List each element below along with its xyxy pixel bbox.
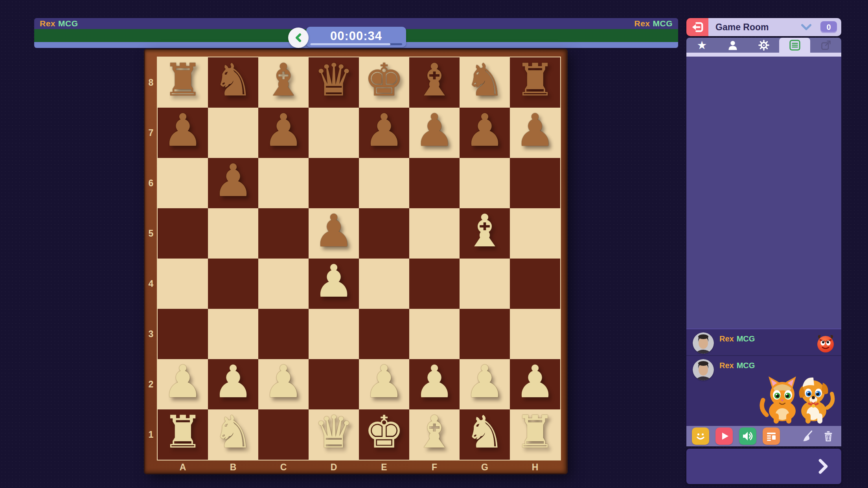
light-pawn-piece[interactable]: ♟ (364, 360, 404, 404)
square-g7[interactable]: ♟ (460, 108, 510, 158)
square-g5[interactable]: ♝ (460, 208, 510, 259)
square-h7[interactable]: ♟ (510, 108, 560, 158)
square-b2[interactable]: ♟ (208, 359, 258, 409)
light-rook-piece[interactable]: ♜ (163, 410, 203, 455)
square-c7[interactable]: ♟ (258, 108, 309, 158)
light-rook-piece[interactable]: ♜ (515, 410, 555, 455)
square-g3[interactable] (460, 309, 510, 359)
dark-knight-piece[interactable]: ♞ (465, 58, 505, 103)
dark-pawn-piece[interactable]: ♟ (515, 108, 555, 153)
dark-rook-piece[interactable]: ♜ (163, 58, 203, 103)
square-g4[interactable] (460, 259, 510, 309)
square-g6[interactable] (460, 158, 510, 208)
square-f5[interactable] (409, 208, 460, 259)
square-d4[interactable]: ♟ (309, 259, 359, 309)
square-h2[interactable]: ♟ (510, 359, 560, 409)
square-h5[interactable] (510, 208, 560, 259)
tab-settings[interactable] (748, 38, 780, 53)
light-pawn-piece[interactable]: ♟ (213, 360, 253, 404)
square-h3[interactable] (510, 309, 560, 359)
light-pawn-piece[interactable]: ♟ (414, 360, 454, 404)
square-c3[interactable] (258, 309, 309, 359)
square-e3[interactable] (359, 309, 409, 359)
tab-game-log[interactable] (779, 38, 810, 53)
square-a3[interactable] (158, 309, 208, 359)
light-pawn-piece[interactable]: ♟ (163, 360, 203, 404)
square-f8[interactable]: ♝ (409, 57, 460, 108)
light-queen-piece[interactable]: ♛ (314, 410, 354, 455)
light-knight-piece[interactable]: ♞ (465, 410, 505, 455)
dark-pawn-piece[interactable]: ♟ (364, 108, 404, 153)
expand-button[interactable] (818, 458, 829, 476)
square-d5[interactable]: ♟ (309, 208, 359, 259)
square-e8[interactable]: ♚ (359, 57, 409, 108)
dark-pawn-piece[interactable]: ♟ (314, 209, 354, 253)
dark-pawn-piece[interactable]: ♟ (163, 108, 203, 153)
tab-favorites[interactable]: ★ (686, 38, 717, 53)
square-d3[interactable] (309, 309, 359, 359)
dark-pawn-piece[interactable]: ♟ (213, 158, 253, 203)
toolbar-button-emoji[interactable] (692, 427, 709, 445)
square-e7[interactable]: ♟ (359, 108, 409, 158)
toolbar-button-news[interactable] (763, 427, 780, 445)
light-pawn-piece[interactable]: ♟ (314, 259, 354, 304)
dark-rook-piece[interactable]: ♜ (515, 58, 555, 103)
square-f6[interactable] (409, 158, 460, 208)
square-f7[interactable]: ♟ (409, 108, 460, 158)
square-b3[interactable] (208, 309, 258, 359)
tab-players[interactable] (717, 38, 748, 53)
square-b5[interactable] (208, 208, 258, 259)
square-a4[interactable] (158, 259, 208, 309)
square-a5[interactable] (158, 208, 208, 259)
devil-emoji-icon[interactable] (815, 333, 836, 353)
square-a1[interactable]: ♜ (158, 409, 208, 460)
square-b7[interactable] (208, 108, 258, 158)
light-pawn-piece[interactable]: ♟ (263, 360, 303, 404)
toolbar-button-play[interactable] (715, 427, 733, 445)
dark-pawn-piece[interactable]: ♟ (414, 108, 454, 153)
square-b1[interactable]: ♞ (208, 409, 258, 460)
square-a8[interactable]: ♜ (158, 57, 208, 108)
square-g8[interactable]: ♞ (460, 57, 510, 108)
back-button[interactable] (288, 28, 309, 48)
dark-queen-piece[interactable]: ♛ (314, 58, 354, 103)
square-a6[interactable] (158, 158, 208, 208)
square-g1[interactable]: ♞ (460, 409, 510, 460)
square-h4[interactable] (510, 259, 560, 309)
light-pawn-piece[interactable]: ♟ (515, 360, 555, 404)
player-row[interactable]: RexMCG (686, 328, 841, 356)
square-e4[interactable] (359, 259, 409, 309)
square-e2[interactable]: ♟ (359, 359, 409, 409)
square-h1[interactable]: ♜ (510, 409, 560, 460)
square-a2[interactable]: ♟ (158, 359, 208, 409)
square-d8[interactable]: ♛ (309, 57, 359, 108)
delete-button[interactable] (821, 429, 836, 444)
tab-popout[interactable] (810, 38, 841, 53)
light-king-piece[interactable]: ♚ (364, 410, 404, 455)
light-knight-piece[interactable]: ♞ (213, 410, 253, 455)
light-bishop-piece[interactable]: ♝ (414, 410, 454, 455)
dark-pawn-piece[interactable]: ♟ (465, 108, 505, 153)
dark-king-piece[interactable]: ♚ (364, 58, 404, 103)
dark-bishop-piece[interactable]: ♝ (263, 58, 303, 103)
leave-room-button[interactable] (686, 18, 708, 36)
square-b4[interactable] (208, 259, 258, 309)
square-c1[interactable] (258, 409, 309, 460)
clear-chat-button[interactable] (800, 429, 815, 444)
square-b8[interactable]: ♞ (208, 57, 258, 108)
dark-knight-piece[interactable]: ♞ (213, 58, 253, 103)
square-f1[interactable]: ♝ (409, 409, 460, 460)
square-f2[interactable]: ♟ (409, 359, 460, 409)
square-c5[interactable] (258, 208, 309, 259)
square-a7[interactable]: ♟ (158, 108, 208, 158)
square-b6[interactable]: ♟ (208, 158, 258, 208)
light-pawn-piece[interactable]: ♟ (465, 360, 505, 404)
square-e6[interactable] (359, 158, 409, 208)
square-d1[interactable]: ♛ (309, 409, 359, 460)
room-dropdown-button[interactable] (801, 24, 811, 32)
square-g2[interactable]: ♟ (460, 359, 510, 409)
square-d7[interactable] (309, 108, 359, 158)
square-h8[interactable]: ♜ (510, 57, 560, 108)
square-c6[interactable] (258, 158, 309, 208)
square-f4[interactable] (409, 259, 460, 309)
